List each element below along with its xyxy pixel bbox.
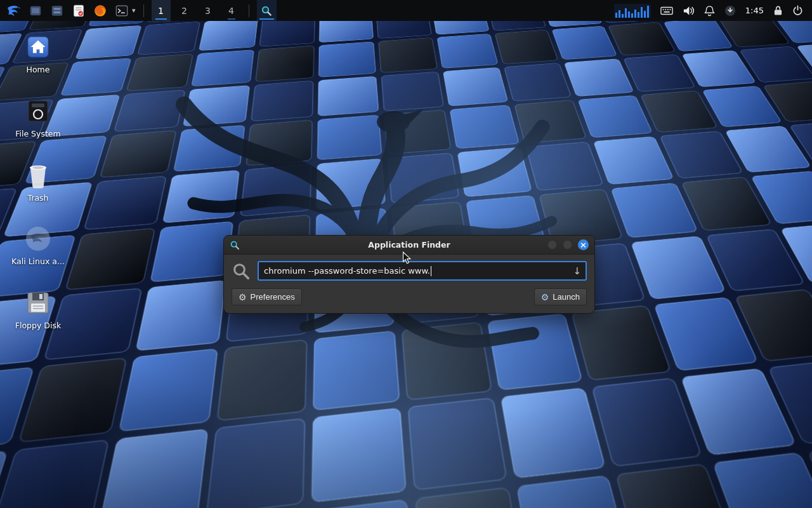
desktop-icon-label: Home xyxy=(27,65,50,74)
desktop-icon-home[interactable]: Home xyxy=(8,33,69,74)
workspace-1-label: 1 xyxy=(158,6,164,16)
lock-screen-icon[interactable] xyxy=(773,5,783,16)
window-list-icon[interactable] xyxy=(27,2,44,19)
top-panel: ▾ 1 2 3 4 xyxy=(0,0,812,21)
clock[interactable]: 1:45 xyxy=(745,6,764,15)
file-system-icon xyxy=(25,97,51,125)
network-activity-graph[interactable] xyxy=(614,4,651,18)
kali-linux-icon xyxy=(25,225,51,253)
file-manager-icon[interactable] xyxy=(48,2,65,19)
close-button[interactable]: × xyxy=(578,239,589,250)
workspace-1[interactable]: 1 xyxy=(152,0,171,21)
desktop-icon-kali-linux[interactable]: Kali Linux a... xyxy=(8,225,69,266)
command-input-value: chromium --password-store=basic www. xyxy=(264,266,430,276)
application-finder-window: Application Finder × chromium --passw xyxy=(223,235,595,314)
workspace-2-label: 2 xyxy=(181,6,187,16)
gear-icon: ⚙ xyxy=(239,293,247,302)
preferences-button-label: Preferences xyxy=(251,292,295,302)
launch-button[interactable]: ⚙ Launch xyxy=(534,288,587,305)
workspace-3[interactable]: 3 xyxy=(199,0,218,21)
kali-menu-button[interactable] xyxy=(5,2,22,19)
launch-icon: ⚙ xyxy=(541,293,549,302)
desktop-icon-column: Home File System Trash xyxy=(8,33,69,330)
firefox-icon[interactable] xyxy=(91,2,108,19)
system-tray: 1:45 xyxy=(614,4,807,18)
trash-icon xyxy=(25,161,51,189)
desktop-icon-label: Floppy Disk xyxy=(15,321,61,330)
workspace-4-label: 4 xyxy=(228,6,234,16)
window-controls: × xyxy=(547,239,589,250)
power-logout-icon[interactable] xyxy=(792,5,803,16)
home-icon xyxy=(26,33,50,61)
search-icon xyxy=(232,262,251,281)
notifications-bell-icon[interactable] xyxy=(704,5,715,17)
desktop-icon-label: File System xyxy=(15,130,61,138)
panel-separator xyxy=(249,4,249,17)
status-update-icon[interactable] xyxy=(724,5,736,17)
desktop-icon-label: Kali Linux a... xyxy=(11,257,65,266)
maximize-button[interactable] xyxy=(563,240,572,250)
volume-icon[interactable] xyxy=(683,5,695,17)
desktop-icon-label: Trash xyxy=(27,194,48,203)
desktop-icon-floppy-disk[interactable]: Floppy Disk xyxy=(8,289,69,330)
terminal-icon[interactable] xyxy=(113,2,130,19)
command-input[interactable]: chromium --password-store=basic www. ↓ xyxy=(258,261,587,281)
text-caret xyxy=(431,266,431,276)
floppy-disk-icon xyxy=(25,289,51,317)
desktop-icon-file-system[interactable]: File System xyxy=(8,97,69,138)
app-finder-taskbar-button[interactable] xyxy=(257,0,277,21)
desktop: Home File System Trash xyxy=(0,0,812,508)
keyboard-layout-icon[interactable] xyxy=(660,6,673,16)
app-finder-window-icon xyxy=(230,240,240,250)
workspace-3-label: 3 xyxy=(205,6,211,16)
close-icon: × xyxy=(580,241,587,249)
entry-dropdown-icon[interactable]: ↓ xyxy=(573,265,581,277)
workspace-4[interactable]: 4 xyxy=(222,0,241,21)
launch-button-label: Launch xyxy=(553,292,580,302)
workspace-2[interactable]: 2 xyxy=(175,0,194,21)
window-title: Application Finder xyxy=(224,240,594,250)
finder-body: chromium --password-store=basic www. ↓ ⚙… xyxy=(224,255,594,313)
text-editor-icon[interactable] xyxy=(70,2,87,19)
panel-separator xyxy=(143,4,144,17)
desktop-icon-trash[interactable]: Trash xyxy=(8,161,69,203)
minimize-button[interactable] xyxy=(547,240,557,250)
titlebar[interactable]: Application Finder × xyxy=(224,236,594,255)
chevron-down-icon[interactable]: ▾ xyxy=(132,6,136,15)
app-finder-icon xyxy=(261,5,272,17)
preferences-button[interactable]: ⚙ Preferences xyxy=(232,288,302,305)
